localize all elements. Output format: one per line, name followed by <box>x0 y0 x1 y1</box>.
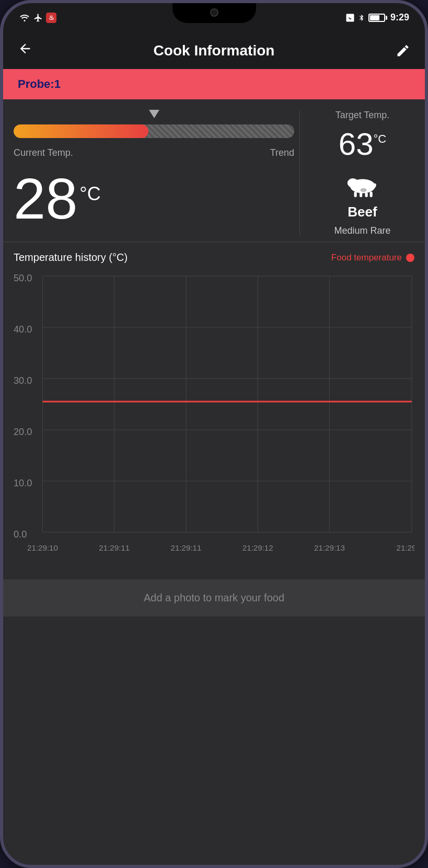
current-temp-value: 28 °C <box>14 170 101 227</box>
chart-legend: Food temperature <box>331 253 414 263</box>
target-temp-label: Target Temp. <box>336 110 390 121</box>
battery-icon <box>368 14 387 22</box>
status-left: ♨ <box>19 13 56 23</box>
status-right: 9:29 <box>345 12 409 23</box>
target-temp-value: 63 °C <box>339 126 386 162</box>
svg-text:10.0: 10.0 <box>14 478 32 488</box>
page-title: Cook Information <box>39 42 389 59</box>
probe-banner: Probe:1 <box>3 69 425 99</box>
target-temp-unit: °C <box>374 132 387 146</box>
food-style: Medium Rare <box>334 225 390 236</box>
target-temp-number: 63 <box>339 126 374 162</box>
app-icon: ♨ <box>46 13 56 23</box>
progress-bar-bg <box>14 124 294 138</box>
time-display: 9:29 <box>390 12 409 23</box>
progress-container <box>14 110 294 138</box>
wifi-icon <box>19 14 30 22</box>
temp-labels: Current Temp. Trend <box>14 147 294 158</box>
svg-text:50.0: 50.0 <box>14 273 32 283</box>
svg-rect-9 <box>369 192 372 198</box>
svg-point-3 <box>347 178 358 188</box>
svg-point-5 <box>353 179 356 182</box>
chart-svg: 50.0 40.0 30.0 20.0 10.0 0.0 <box>14 271 414 574</box>
current-temp-unit: °C <box>79 185 100 203</box>
svg-text:40.0: 40.0 <box>14 324 32 335</box>
bluetooth-icon <box>358 13 365 23</box>
current-temp-panel: Current Temp. Trend 28 °C <box>14 110 294 236</box>
svg-text:21:29:14: 21:29:14 <box>397 543 414 552</box>
progress-bar-fill <box>14 124 148 138</box>
svg-point-4 <box>349 179 352 182</box>
svg-point-10 <box>360 188 366 192</box>
legend-label: Food temperature <box>331 253 402 263</box>
notch <box>172 3 256 23</box>
phone-frame: ♨ 9:29 <box>0 0 428 868</box>
chart-section: Temperature history (°C) Food temperatur… <box>3 242 425 579</box>
current-temp-label: Current Temp. <box>14 147 73 158</box>
svg-rect-6 <box>354 192 356 198</box>
nfc-icon <box>345 13 355 22</box>
chart-header: Temperature history (°C) Food temperatur… <box>14 252 414 264</box>
back-button[interactable] <box>18 41 39 60</box>
camera <box>210 8 218 17</box>
svg-text:21:29:11: 21:29:11 <box>99 543 130 552</box>
svg-text:0.0: 0.0 <box>14 529 27 540</box>
svg-rect-8 <box>365 192 367 197</box>
svg-text:30.0: 30.0 <box>14 375 32 386</box>
header: Cook Information <box>3 32 425 69</box>
svg-text:20.0: 20.0 <box>14 427 32 437</box>
edit-button[interactable] <box>389 43 410 58</box>
chart-title: Temperature history (°C) <box>14 252 128 264</box>
trend-label: Trend <box>270 147 294 158</box>
progress-indicator <box>149 110 159 118</box>
bottom-bar[interactable]: Add a photo to mark your food <box>3 579 425 616</box>
chart-area: 50.0 40.0 30.0 20.0 10.0 0.0 <box>14 271 414 574</box>
target-temp-panel: Target Temp. 63 °C <box>299 110 414 236</box>
svg-text:21:29:11: 21:29:11 <box>171 543 202 552</box>
temperature-section: Current Temp. Trend 28 °C Target Temp. 6… <box>3 99 425 242</box>
probe-label: Probe:1 <box>18 77 61 90</box>
svg-text:21:29:13: 21:29:13 <box>314 543 345 552</box>
food-name: Beef <box>348 204 377 220</box>
airplane-icon <box>33 13 43 22</box>
svg-rect-7 <box>360 192 362 197</box>
status-bar: ♨ 9:29 <box>3 3 425 32</box>
cow-icon <box>339 167 386 199</box>
bottom-label: Add a photo to mark your food <box>144 592 284 603</box>
svg-text:21:29:12: 21:29:12 <box>242 543 273 552</box>
current-temp-number: 28 <box>14 170 77 227</box>
svg-text:21:29:10: 21:29:10 <box>27 543 58 552</box>
svg-text:♨: ♨ <box>49 14 54 21</box>
legend-dot <box>406 254 414 262</box>
phone-screen: ♨ 9:29 <box>3 3 425 865</box>
